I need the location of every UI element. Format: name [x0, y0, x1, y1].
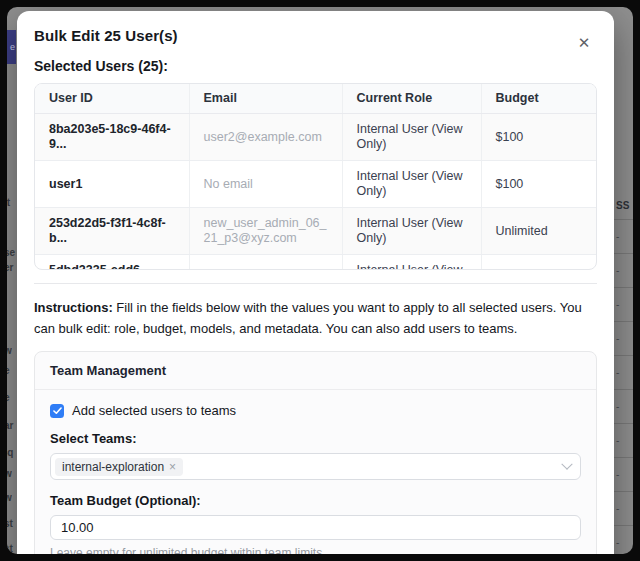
add-users-to-teams-checkbox[interactable]	[50, 404, 64, 418]
cell-budget: $100	[481, 114, 596, 161]
background-text-fragment: er	[7, 262, 13, 273]
cell-budget: Unlimited	[481, 208, 596, 255]
table-row: 8ba203e5-18c9-46f4-9...user2@example.com…	[35, 114, 596, 161]
cell-uid: user1	[35, 161, 189, 208]
background-text-fragment: st	[7, 518, 13, 529]
background-text-fragment: w	[7, 345, 12, 356]
table-row: user1No emailInternal User (View Only)$1…	[35, 161, 596, 208]
cell-uid: 8ba203e5-18c9-46f4-9...	[35, 114, 189, 161]
table-row: 253d22d5-f3f1-4c8f-b...new_user_admin_06…	[35, 208, 596, 255]
cell-role: Internal User (View Only)	[342, 161, 481, 208]
table-row: 5dbd2335-cdd6-47ca-b...interInternal Use…	[35, 255, 596, 271]
cell-role: Internal User (View Only)	[342, 255, 481, 271]
select-teams-label: Select Teams:	[50, 431, 581, 446]
background-selected-nav-item: e	[7, 30, 16, 64]
background-text-fragment: ar	[7, 420, 13, 431]
selected-users-label: Selected Users (25):	[34, 58, 597, 74]
instructions-label: Instructions:	[34, 300, 113, 315]
cell-budget: Unlimited	[481, 255, 596, 271]
team-budget-label: Team Budget (Optional):	[50, 493, 581, 508]
team-management-header: Team Management	[35, 352, 596, 390]
cell-email: new_user_admin_06_21_p3@xyz.com	[189, 208, 342, 255]
cell-role: Internal User (View Only)	[342, 208, 481, 255]
background-text-fragment: e	[7, 365, 10, 376]
table-header-row: User ID Email Current Role Budget	[35, 84, 596, 114]
add-users-checkbox-label: Add selected users to teams	[72, 403, 236, 418]
cell-uid: 5dbd2335-cdd6-47ca-b...	[35, 255, 189, 271]
close-icon: ✕	[578, 34, 591, 51]
background-text-fragment: -q	[7, 447, 13, 458]
background-text-fragment: e	[7, 392, 10, 403]
team-management-card: Team Management Add selected users to te…	[34, 351, 597, 554]
tag-remove-icon[interactable]: ×	[169, 460, 176, 474]
bulk-edit-modal: Bulk Edit 25 User(s) ✕ Selected Users (2…	[17, 11, 614, 554]
cell-email: inter	[189, 255, 342, 271]
teams-multiselect[interactable]: internal-exploration ×	[50, 453, 581, 480]
divider	[34, 283, 597, 284]
column-header-budget: Budget	[481, 84, 596, 114]
background-text-fragment: w	[7, 492, 12, 503]
cell-email: user2@example.com	[189, 114, 342, 161]
background-text-fragment: w	[7, 468, 12, 479]
team-tag: internal-exploration ×	[55, 458, 183, 476]
background-text-fragment: se	[7, 247, 15, 258]
cell-email: No email	[189, 161, 342, 208]
budget-helper-text: Leave empty for unlimited budget within …	[50, 546, 581, 554]
cell-role: Internal User (View Only)	[342, 114, 481, 161]
chevron-down-icon	[561, 458, 572, 469]
instructions-text: Instructions: Fill in the fields below w…	[34, 297, 597, 339]
background-text-fragment: lt	[7, 197, 10, 208]
team-budget-input[interactable]	[50, 515, 581, 540]
cell-budget: $100	[481, 161, 596, 208]
dimmed-background-window: e ltseerweear-qwwstst SS ---------- Bulk…	[7, 7, 633, 554]
cell-uid: 253d22d5-f3f1-4c8f-b...	[35, 208, 189, 255]
column-header-current-role: Current Role	[342, 84, 481, 114]
close-button[interactable]: ✕	[574, 33, 594, 53]
selected-users-table[interactable]: User ID Email Current Role Budget 8ba203…	[34, 83, 597, 270]
modal-title: Bulk Edit 25 User(s)	[34, 27, 597, 44]
column-header-user-id: User ID	[35, 84, 189, 114]
column-header-email: Email	[189, 84, 342, 114]
background-text-fragment: st	[7, 543, 13, 554]
check-icon	[53, 407, 62, 415]
team-tag-label: internal-exploration	[62, 460, 164, 474]
